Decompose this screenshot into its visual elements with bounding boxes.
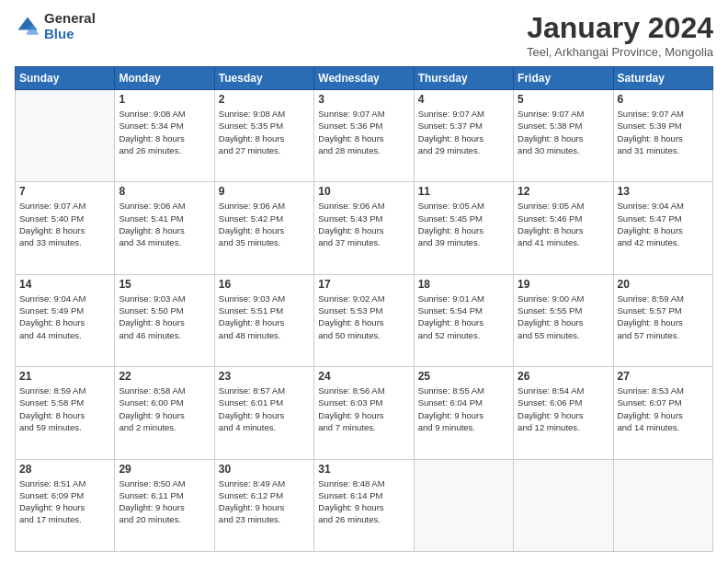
day-number: 14 [19,278,110,291]
day-info: Sunrise: 9:00 AMSunset: 5:55 PMDaylight:… [518,293,609,341]
main-title: January 2024 [527,11,713,45]
day-info: Sunrise: 9:01 AMSunset: 5:54 PMDaylight:… [418,293,509,341]
calendar-cell [514,459,613,551]
day-number: 30 [219,463,310,476]
day-info: Sunrise: 9:07 AMSunset: 5:40 PMDaylight:… [19,200,110,248]
day-info: Sunrise: 9:08 AMSunset: 5:34 PMDaylight:… [119,108,210,156]
page: General Blue January 2024 Teel, Arkhanga… [0,0,728,563]
day-number: 3 [318,93,409,106]
day-info: Sunrise: 8:48 AMSunset: 6:14 PMDaylight:… [318,477,409,526]
week-row-2: 7Sunrise: 9:07 AMSunset: 5:40 PMDaylight… [16,182,713,274]
day-number: 16 [219,278,310,291]
week-row-3: 14Sunrise: 9:04 AMSunset: 5:49 PMDayligh… [16,274,713,366]
day-info: Sunrise: 8:53 AMSunset: 6:07 PMDaylight:… [618,385,709,433]
day-number: 11 [418,185,509,198]
day-info: Sunrise: 9:07 AMSunset: 5:38 PMDaylight:… [518,108,609,156]
calendar-cell: 19Sunrise: 9:00 AMSunset: 5:55 PMDayligh… [514,274,613,366]
day-number: 24 [318,370,409,383]
calendar-table: SundayMondayTuesdayWednesdayThursdayFrid… [15,66,713,552]
day-number: 28 [19,463,110,476]
calendar-cell: 4Sunrise: 9:07 AMSunset: 5:37 PMDaylight… [414,90,513,182]
calendar-cell: 11Sunrise: 9:05 AMSunset: 5:45 PMDayligh… [414,182,513,274]
calendar-cell: 29Sunrise: 8:50 AMSunset: 6:11 PMDayligh… [115,459,214,551]
day-number: 6 [618,93,709,106]
calendar-cell: 21Sunrise: 8:59 AMSunset: 5:58 PMDayligh… [16,367,115,459]
day-number: 15 [119,278,210,291]
col-header-thursday: Thursday [414,67,513,90]
logo-blue-label: Blue [44,27,96,42]
day-info: Sunrise: 9:07 AMSunset: 5:36 PMDaylight:… [318,108,409,156]
day-info: Sunrise: 8:55 AMSunset: 6:04 PMDaylight:… [418,385,509,433]
col-header-tuesday: Tuesday [214,67,313,90]
calendar-cell: 18Sunrise: 9:01 AMSunset: 5:54 PMDayligh… [414,274,513,366]
day-info: Sunrise: 9:05 AMSunset: 5:45 PMDaylight:… [418,200,509,248]
calendar-cell: 30Sunrise: 8:49 AMSunset: 6:12 PMDayligh… [214,459,313,551]
logo: General Blue [15,11,96,41]
day-number: 17 [318,278,409,291]
day-number: 19 [518,278,609,291]
calendar-cell: 24Sunrise: 8:56 AMSunset: 6:03 PMDayligh… [314,367,414,459]
calendar-cell: 14Sunrise: 9:04 AMSunset: 5:49 PMDayligh… [16,274,115,366]
logo-icon [15,14,40,40]
calendar-cell: 13Sunrise: 9:04 AMSunset: 5:47 PMDayligh… [613,182,712,274]
calendar-cell: 2Sunrise: 9:08 AMSunset: 5:35 PMDaylight… [214,90,313,182]
day-info: Sunrise: 9:06 AMSunset: 5:43 PMDaylight:… [318,200,409,248]
day-info: Sunrise: 8:59 AMSunset: 5:57 PMDaylight:… [618,293,709,341]
day-number: 10 [318,185,409,198]
logo-text: General Blue [44,11,96,41]
calendar-cell: 1Sunrise: 9:08 AMSunset: 5:34 PMDaylight… [115,90,214,182]
calendar-cell [613,459,712,551]
col-header-sunday: Sunday [16,67,115,90]
day-number: 31 [318,463,409,476]
col-header-friday: Friday [514,67,613,90]
title-block: January 2024 Teel, Arkhangai Province, M… [527,11,713,59]
calendar-cell: 5Sunrise: 9:07 AMSunset: 5:38 PMDaylight… [514,90,613,182]
day-number: 12 [518,185,609,198]
calendar-cell: 12Sunrise: 9:05 AMSunset: 5:46 PMDayligh… [514,182,613,274]
calendar-cell: 27Sunrise: 8:53 AMSunset: 6:07 PMDayligh… [613,367,712,459]
col-header-saturday: Saturday [613,67,712,90]
day-number: 13 [618,185,709,198]
day-info: Sunrise: 9:07 AMSunset: 5:37 PMDaylight:… [418,108,509,156]
header: General Blue January 2024 Teel, Arkhanga… [15,11,713,59]
calendar-header: SundayMondayTuesdayWednesdayThursdayFrid… [16,67,713,90]
calendar-cell: 3Sunrise: 9:07 AMSunset: 5:36 PMDaylight… [314,90,414,182]
day-number: 20 [618,278,709,291]
day-number: 7 [19,185,110,198]
day-info: Sunrise: 9:06 AMSunset: 5:41 PMDaylight:… [119,200,210,248]
col-header-wednesday: Wednesday [314,67,414,90]
day-number: 22 [119,370,210,383]
day-info: Sunrise: 8:54 AMSunset: 6:06 PMDaylight:… [518,385,609,433]
day-number: 25 [418,370,509,383]
calendar-cell: 28Sunrise: 8:51 AMSunset: 6:09 PMDayligh… [16,459,115,551]
calendar-cell: 8Sunrise: 9:06 AMSunset: 5:41 PMDaylight… [115,182,214,274]
calendar-body: 1Sunrise: 9:08 AMSunset: 5:34 PMDaylight… [16,90,713,552]
day-number: 29 [119,463,210,476]
day-number: 4 [418,93,509,106]
day-info: Sunrise: 9:04 AMSunset: 5:47 PMDaylight:… [618,200,709,248]
week-row-5: 28Sunrise: 8:51 AMSunset: 6:09 PMDayligh… [16,459,713,551]
calendar-cell [16,90,115,182]
day-info: Sunrise: 9:05 AMSunset: 5:46 PMDaylight:… [518,200,609,248]
subtitle: Teel, Arkhangai Province, Mongolia [527,45,713,59]
day-info: Sunrise: 9:07 AMSunset: 5:39 PMDaylight:… [618,108,709,156]
day-number: 5 [518,93,609,106]
day-info: Sunrise: 8:56 AMSunset: 6:03 PMDaylight:… [318,385,409,433]
day-number: 23 [219,370,310,383]
day-number: 18 [418,278,509,291]
calendar-cell: 22Sunrise: 8:58 AMSunset: 6:00 PMDayligh… [115,367,214,459]
day-info: Sunrise: 9:04 AMSunset: 5:49 PMDaylight:… [19,293,110,341]
day-info: Sunrise: 8:57 AMSunset: 6:01 PMDaylight:… [219,385,310,433]
calendar-cell: 23Sunrise: 8:57 AMSunset: 6:01 PMDayligh… [214,367,313,459]
week-row-1: 1Sunrise: 9:08 AMSunset: 5:34 PMDaylight… [16,90,713,182]
day-number: 21 [19,370,110,383]
logo-general-label: General [44,11,96,27]
day-number: 9 [219,185,310,198]
day-info: Sunrise: 8:49 AMSunset: 6:12 PMDaylight:… [219,477,310,526]
calendar-cell: 26Sunrise: 8:54 AMSunset: 6:06 PMDayligh… [514,367,613,459]
day-info: Sunrise: 8:58 AMSunset: 6:00 PMDaylight:… [119,385,210,433]
day-number: 1 [119,93,210,106]
day-info: Sunrise: 8:51 AMSunset: 6:09 PMDaylight:… [19,477,110,526]
calendar-cell: 20Sunrise: 8:59 AMSunset: 5:57 PMDayligh… [613,274,712,366]
calendar-cell: 25Sunrise: 8:55 AMSunset: 6:04 PMDayligh… [414,367,513,459]
